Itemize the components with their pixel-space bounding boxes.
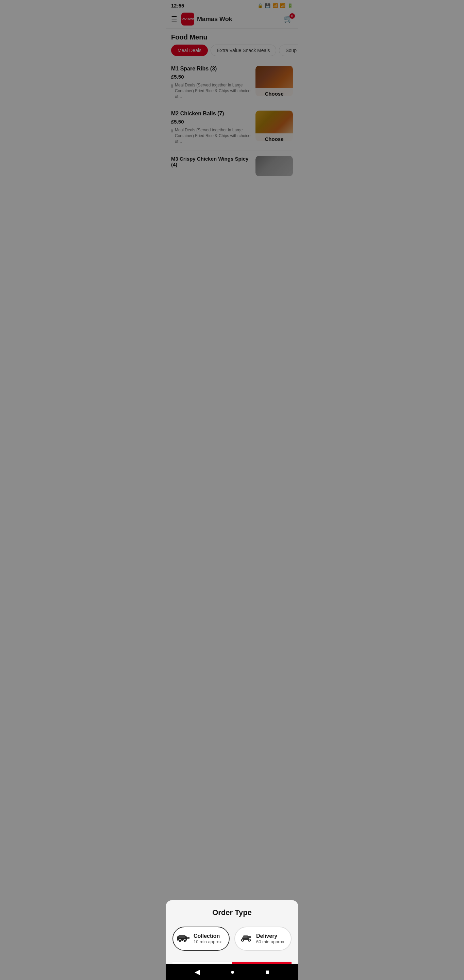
modal-overlay [166, 0, 298, 176]
